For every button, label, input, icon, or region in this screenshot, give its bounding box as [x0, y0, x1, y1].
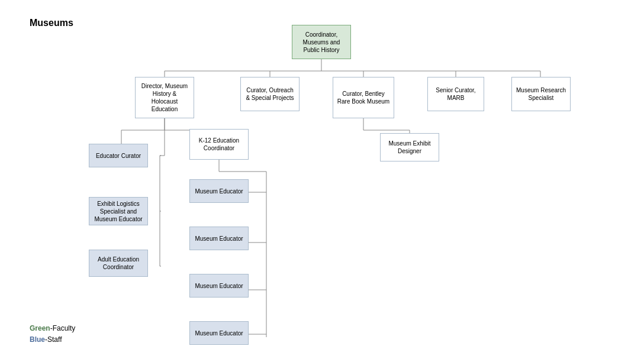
node-museum-educator-4: Museum Educator [189, 321, 249, 345]
legend: Green-Faculty Blue-Staff [30, 323, 75, 345]
legend-blue-suffix: -Staff [45, 335, 62, 344]
page-title: Museums [30, 18, 73, 28]
node-museum-educator-1: Museum Educator [189, 179, 249, 203]
node-curator-outreach: Curator, Outreach & Special Projects [240, 77, 300, 111]
node-senior-curator: Senior Curator, MARB [427, 77, 484, 111]
node-museum-educator-3: Museum Educator [189, 274, 249, 298]
legend-blue-label: Blue [30, 335, 45, 344]
node-coordinator: Coordinator, Museums and Public History [292, 25, 351, 59]
node-museum-research: Museum Research Specialist [511, 77, 571, 111]
node-k12-coordinator: K-12 Education Coordinator [189, 129, 249, 160]
node-director: Director, Museum History & Holocaust Edu… [135, 77, 194, 118]
node-museum-exhibit-designer: Museum Exhibit Designer [380, 133, 439, 161]
legend-green-label: Green [30, 324, 50, 332]
node-educator-curator: Educator Curator [89, 144, 148, 167]
node-adult-education: Adult Education Coordinator [89, 250, 148, 277]
legend-green-suffix: -Faculty [50, 324, 76, 332]
node-exhibit-logistics: Exhibit Logistics Specialist and Museum … [89, 197, 148, 225]
node-curator-bentley: Curator, Bentley Rare Book Museum [333, 77, 394, 118]
node-museum-educator-2: Museum Educator [189, 227, 249, 250]
